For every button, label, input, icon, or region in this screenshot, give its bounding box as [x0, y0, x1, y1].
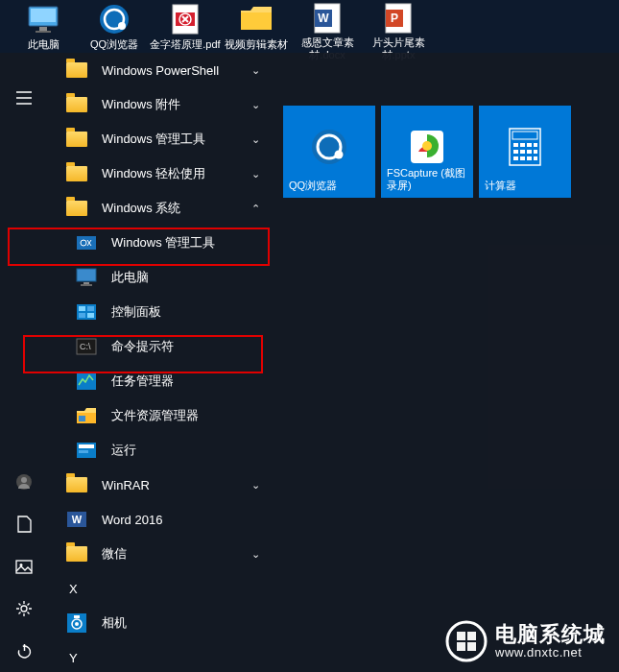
settings-button[interactable] [0, 588, 48, 630]
watermark-url: www.dnxtc.net [495, 646, 606, 660]
app-folder-winrar[interactable]: WinRAR ⌄ [48, 468, 274, 502]
pictures-button[interactable] [0, 545, 48, 588]
svg-rect-69 [467, 642, 476, 651]
documents-button[interactable] [0, 503, 48, 545]
all-apps-list: Windows PowerShell ⌄ Windows 附件 ⌄ Window… [48, 53, 274, 672]
tile-qq-browser[interactable]: QQ浏览器 [283, 106, 375, 198]
svg-point-6 [118, 22, 126, 30]
chevron-down-icon: ⌄ [251, 133, 260, 146]
tile-calculator[interactable]: 计算器 [479, 106, 571, 198]
app-item-control-panel[interactable]: 控制面板 [48, 295, 274, 329]
app-label: Windows 管理工具 [111, 234, 274, 252]
app-item-camera[interactable]: 相机 [48, 606, 274, 640]
svg-rect-38 [79, 444, 94, 448]
app-label: 相机 [102, 614, 274, 632]
svg-rect-58 [520, 150, 525, 154]
app-label: 控制面板 [111, 303, 274, 321]
app-item-cmd[interactable]: C:\ 命令提示符 [48, 329, 274, 364]
svg-rect-64 [534, 156, 537, 160]
svg-rect-26 [81, 284, 92, 286]
folder-icon [65, 128, 88, 151]
word-doc-icon: W [310, 2, 345, 35]
svg-rect-54 [520, 143, 525, 147]
letter-header-y[interactable]: Y [48, 640, 274, 672]
tile-fscapture[interactable]: FSCapture (截图录屏) [381, 106, 473, 198]
hamburger-button[interactable] [0, 77, 48, 119]
desktop-icon-pptx[interactable]: P 片头片尾素材.pptx [363, 2, 434, 53]
svg-rect-29 [87, 306, 94, 311]
tile-label: QQ浏览器 [289, 180, 369, 192]
app-label: 微信 [102, 545, 251, 563]
app-folder-wechat[interactable]: 微信 ⌄ [48, 537, 274, 571]
app-item-word[interactable]: W Word 2016 [48, 502, 274, 537]
svg-point-19 [21, 606, 27, 612]
app-label: Windows 附件 [102, 96, 251, 113]
app-folder-windows-system[interactable]: Windows 系统 ⌃ [48, 191, 274, 226]
power-button[interactable] [0, 630, 48, 672]
svg-text:P: P [391, 12, 398, 25]
watermark: 电脑系统城 www.dnxtc.net [445, 620, 606, 662]
svg-rect-59 [527, 150, 532, 154]
qq-browser-icon [97, 2, 131, 36]
desktop-icon-docx[interactable]: W 感恩文章素材.docx [292, 2, 363, 53]
chevron-down-icon: ⌄ [251, 64, 260, 77]
svg-point-50 [422, 141, 432, 151]
svg-text:W: W [72, 514, 83, 525]
desktop-icon-qqbrowser[interactable]: QQ浏览器 [79, 2, 150, 53]
powerpoint-icon: P [381, 2, 416, 35]
admin-tools-icon [75, 231, 98, 254]
taskmgr-icon [75, 370, 98, 393]
app-folder-ease-of-access[interactable]: Windows 轻松使用 ⌄ [48, 156, 274, 191]
svg-rect-24 [77, 269, 96, 281]
svg-rect-39 [79, 450, 88, 453]
desktop-icon-thispc[interactable]: 此电脑 [8, 2, 79, 53]
folder-icon [65, 59, 88, 82]
desktop-icon-pdf[interactable]: 金字塔原理.pdf [150, 2, 221, 53]
folder-icon [65, 473, 88, 496]
svg-rect-52 [512, 132, 537, 139]
app-item-admin-tools[interactable]: Windows 管理工具 [48, 226, 274, 260]
svg-rect-68 [457, 642, 465, 651]
explorer-icon [75, 404, 98, 427]
fscapture-icon [409, 129, 445, 165]
chevron-up-icon: ⌃ [251, 203, 260, 215]
svg-text:C:\: C:\ [80, 342, 91, 351]
app-folder-powershell[interactable]: Windows PowerShell ⌄ [48, 53, 274, 87]
app-item-run[interactable]: 运行 [48, 433, 274, 468]
letter-header-x[interactable]: X [48, 571, 274, 606]
monitor-icon [26, 2, 60, 36]
svg-rect-55 [527, 143, 532, 147]
svg-rect-3 [36, 31, 51, 33]
svg-text:W: W [318, 12, 329, 25]
desktop-icon-video[interactable]: 视频剪辑素材 [221, 2, 292, 53]
calculator-icon [508, 127, 542, 167]
svg-point-48 [335, 151, 344, 159]
app-item-task-manager[interactable]: 任务管理器 [48, 364, 274, 398]
app-item-file-explorer[interactable]: 文件资源管理器 [48, 398, 274, 433]
folder-icon [65, 542, 88, 565]
svg-point-65 [447, 622, 486, 660]
svg-rect-67 [467, 632, 476, 640]
svg-rect-36 [79, 416, 85, 421]
svg-rect-17 [16, 561, 32, 573]
watermark-title: 电脑系统城 [495, 623, 606, 646]
pdf-icon [168, 2, 202, 36]
app-label: Windows 系统 [102, 200, 251, 217]
svg-rect-66 [457, 632, 465, 640]
desktop-icon-label: 此电脑 [28, 38, 60, 51]
app-folder-accessories[interactable]: Windows 附件 ⌄ [48, 87, 274, 122]
svg-rect-61 [513, 156, 518, 160]
desktop-icon-label: QQ浏览器 [90, 38, 138, 51]
app-label: Windows 管理工具 [102, 131, 251, 148]
svg-rect-53 [513, 143, 518, 147]
app-folder-admintools[interactable]: Windows 管理工具 ⌄ [48, 122, 274, 156]
app-label: Windows 轻松使用 [102, 165, 251, 182]
user-account-button[interactable] [0, 461, 48, 503]
tile-label: FSCapture (截图录屏) [387, 167, 467, 192]
svg-rect-1 [31, 9, 56, 22]
folder-icon [65, 197, 88, 220]
start-tiles: QQ浏览器 FSCapture (截图录屏) 计算器 [274, 53, 571, 672]
app-item-this-pc[interactable]: 此电脑 [48, 260, 274, 295]
svg-rect-60 [534, 150, 537, 154]
app-label: 此电脑 [111, 269, 274, 286]
